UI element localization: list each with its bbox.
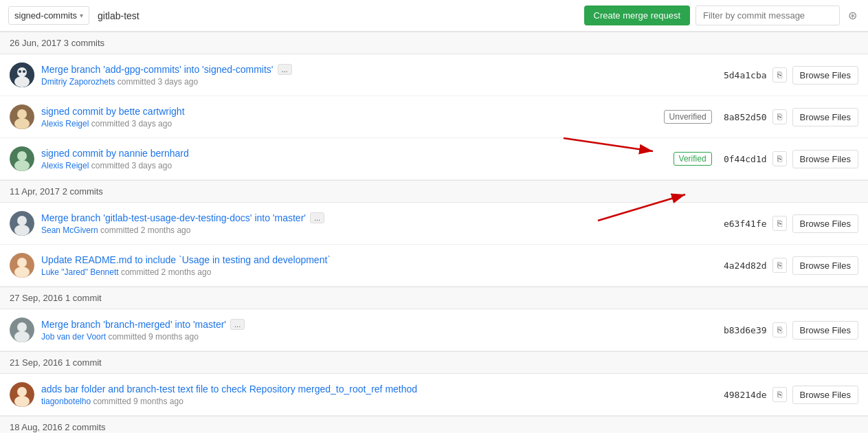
commit-link[interactable]: Merge branch 'gitlab-test-usage-dev-test…	[41, 212, 306, 223]
repo-name: gitlab-test	[98, 10, 140, 21]
commit-time: committed 3 days ago	[118, 77, 198, 87]
rss-icon[interactable]: ⊛	[845, 6, 860, 25]
commit-meta: Luke "Jared" Bennett committed 2 months …	[41, 267, 711, 277]
ellipsis-button[interactable]: ...	[278, 64, 292, 75]
svg-point-17	[14, 225, 30, 236]
browse-files-button[interactable]: Browse Files	[792, 386, 858, 404]
author-name: Alexis Reigel	[41, 161, 89, 170]
verified-badge: Verified	[674, 152, 712, 166]
date-label-5: 18 Aug, 2016	[10, 422, 63, 432]
commit-link[interactable]: Merge branch 'add-gpg-commits' into 'sig…	[41, 64, 274, 75]
commit-time: committed 3 days ago	[91, 119, 172, 129]
commit-right: Unverified 8a852d50 ⎘ Browse Files	[664, 108, 858, 126]
commit-hash: b83d6e39	[717, 325, 767, 335]
commit-right: 498214de ⎘ Browse Files	[717, 386, 858, 404]
browse-files-button[interactable]: Browse Files	[792, 66, 858, 85]
author-name: Sean McGivern	[41, 225, 98, 235]
commit-row: Merge branch 'add-gpg-commits' into 'sig…	[0, 54, 868, 96]
commit-hash: 498214de	[717, 390, 767, 400]
svg-point-16	[17, 216, 27, 225]
avatar	[10, 253, 34, 278]
commit-meta: Job van der Voort committed 9 months ago	[41, 332, 711, 342]
commit-title: adds bar folder and branch-test text fil…	[41, 384, 711, 395]
copy-hash-button[interactable]: ⎘	[772, 322, 787, 337]
commit-link[interactable]: Update README.md to include `Usage in te…	[41, 254, 331, 265]
commit-time: committed 9 months ago	[93, 397, 183, 406]
svg-point-25	[17, 387, 27, 397]
date-header-5: 18 Aug, 2016 2 commits	[0, 416, 868, 433]
browse-files-button[interactable]: Browse Files	[792, 108, 858, 126]
commit-link[interactable]: signed commit by bette cartwright	[41, 106, 185, 117]
avatar	[10, 382, 34, 407]
copy-hash-button[interactable]: ⎘	[772, 216, 787, 231]
svg-point-8	[23, 70, 25, 73]
copy-hash-button[interactable]: ⎘	[772, 258, 787, 273]
date-label-1: 26 Jun, 2017	[10, 38, 61, 48]
commit-right: 5d4a1cba ⎘ Browse Files	[717, 66, 858, 85]
svg-point-20	[14, 267, 30, 278]
commit-info: signed commit by nannie bernhard Alexis …	[41, 148, 667, 170]
svg-point-10	[17, 109, 27, 119]
commit-info: Merge branch 'add-gpg-commits' into 'sig…	[41, 64, 711, 87]
date-header-2: 11 Apr, 2017 2 commits	[0, 180, 868, 203]
branch-name: signed-commits	[14, 10, 77, 21]
copy-hash-button[interactable]: ⎘	[772, 151, 787, 166]
commit-count-1: 3 commits	[64, 38, 104, 48]
svg-point-13	[17, 151, 27, 161]
commit-title: Merge branch 'gitlab-test-usage-dev-test…	[41, 212, 711, 223]
commit-info: adds bar folder and branch-test text fil…	[41, 384, 711, 406]
author-name: Luke "Jared" Bennett	[41, 267, 119, 277]
svg-point-22	[17, 322, 27, 332]
filter-input[interactable]	[695, 5, 840, 25]
commit-hash: 8a852d50	[717, 112, 767, 122]
commit-link[interactable]: Merge branch 'branch-merged' into 'maste…	[41, 319, 226, 330]
commit-hash: e63f41fe	[717, 219, 767, 229]
commit-link[interactable]: adds bar folder and branch-test text fil…	[41, 384, 417, 395]
ellipsis-button[interactable]: ...	[230, 319, 245, 330]
copy-hash-button[interactable]: ⎘	[772, 387, 787, 402]
commit-row: signed commit by bette cartwright Alexis…	[0, 96, 868, 138]
svg-point-6	[14, 76, 30, 87]
commit-title: signed commit by bette cartwright	[41, 106, 657, 117]
branch-selector[interactable]: signed-commits ▾	[8, 6, 89, 25]
commit-time: committed 9 months ago	[108, 332, 198, 342]
svg-point-11	[14, 118, 30, 129]
toolbar: signed-commits ▾ gitlab-test Create merg…	[0, 0, 868, 32]
svg-point-23	[14, 331, 30, 342]
commit-time: committed 3 days ago	[91, 161, 172, 170]
commit-hash: 0f44cd1d	[717, 154, 767, 164]
commit-right: 4a24d82d ⎘ Browse Files	[717, 256, 858, 275]
copy-hash-button[interactable]: ⎘	[772, 109, 787, 124]
commit-info: Update README.md to include `Usage in te…	[41, 254, 711, 277]
commit-link[interactable]: signed commit by nannie bernhard	[41, 148, 189, 159]
unverified-badge: Unverified	[664, 110, 712, 124]
date-header-3: 27 Sep, 2016 1 commit	[0, 287, 868, 309]
commit-right: e63f41fe ⎘ Browse Files	[717, 214, 858, 233]
svg-point-7	[19, 70, 21, 73]
copy-hash-button[interactable]: ⎘	[772, 67, 787, 82]
browse-files-button[interactable]: Browse Files	[792, 256, 858, 275]
commit-right: Verified 0f44cd1d ⎘ Browse Files	[674, 150, 858, 168]
commits-wrapper: 26 Jun, 2017 3 commits Merge branch 'add…	[0, 32, 868, 433]
create-merge-request-button[interactable]: Create merge request	[584, 5, 690, 25]
commit-row: Update README.md to include `Usage in te…	[0, 245, 868, 287]
avatar	[10, 146, 34, 171]
ellipsis-button[interactable]: ...	[310, 212, 324, 223]
commit-meta: Alexis Reigel committed 3 days ago	[41, 119, 657, 129]
commit-hash: 4a24d82d	[717, 260, 767, 271]
date-label-3: 27 Sep, 2016	[10, 293, 63, 303]
avatar	[10, 211, 34, 236]
browse-files-button[interactable]: Browse Files	[792, 321, 858, 340]
commit-count-3: 1 commit	[65, 293, 102, 303]
browse-files-button[interactable]: Browse Files	[792, 214, 858, 233]
commit-row: signed commit by nannie bernhard Alexis …	[0, 138, 868, 180]
svg-point-5	[17, 67, 27, 77]
commit-meta: Dmitriy Zaporozhets committed 3 days ago	[41, 77, 711, 87]
avatar	[10, 318, 34, 342]
author-name: Dmitriy Zaporozhets	[41, 77, 115, 87]
commit-info: signed commit by bette cartwright Alexis…	[41, 106, 657, 129]
commit-meta: Alexis Reigel committed 3 days ago	[41, 161, 667, 170]
browse-files-button[interactable]: Browse Files	[792, 150, 858, 168]
date-label-4: 21 Sep, 2016	[10, 357, 63, 368]
commit-meta: Sean McGivern committed 2 months ago	[41, 225, 711, 235]
